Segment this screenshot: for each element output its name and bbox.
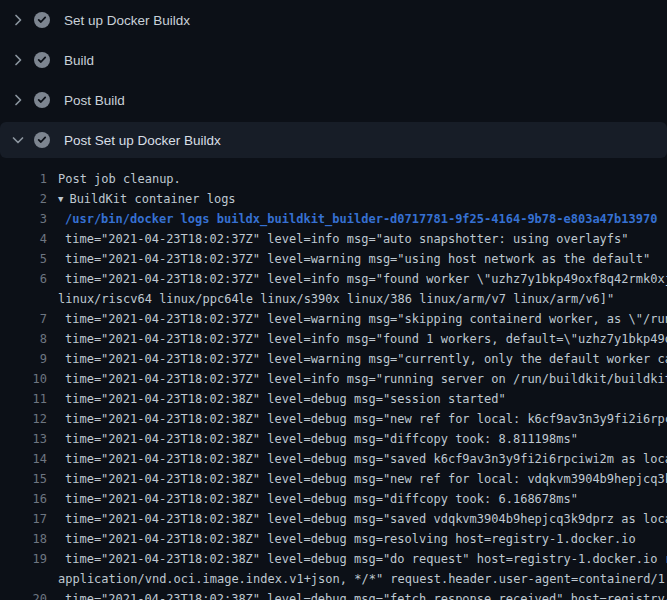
log-line-1: 1Post job cleanup. <box>0 169 667 189</box>
step-row-post-build[interactable]: Post Build <box>0 80 667 120</box>
line-number-link[interactable]: 16 <box>0 489 47 509</box>
log-line-continuation: linux/riscv64 linux/ppc64le linux/s390x … <box>0 289 667 309</box>
log-line-16: 16time="2021-04-23T18:02:38Z" level=debu… <box>0 489 667 509</box>
line-number-link[interactable]: 4 <box>0 229 47 249</box>
step-label: Build <box>64 53 94 68</box>
line-number-link[interactable]: 13 <box>0 429 47 449</box>
log-line-19: 19time="2021-04-23T18:02:38Z" level=debu… <box>0 549 667 569</box>
log-text: time="2021-04-23T18:02:38Z" level=debug … <box>65 409 667 429</box>
log-line-3: 3/usr/bin/docker logs buildx_buildkit_bu… <box>0 209 667 229</box>
check-circle-icon <box>34 92 50 108</box>
line-number-link[interactable]: 2 <box>0 189 47 209</box>
line-number-link <box>0 569 47 589</box>
log-line-13: 13time="2021-04-23T18:02:38Z" level=debu… <box>0 429 667 449</box>
line-number-link[interactable]: 3 <box>0 209 47 229</box>
log-line-10: 10time="2021-04-23T18:02:37Z" level=info… <box>0 369 667 389</box>
log-text: time="2021-04-23T18:02:37Z" level=info m… <box>65 229 629 249</box>
check-circle-icon <box>34 52 50 68</box>
step-label: Set up Docker Buildx <box>64 13 190 28</box>
line-number-link[interactable]: 19 <box>0 549 47 569</box>
line-number-link[interactable]: 20 <box>0 589 47 600</box>
log-line-17: 17time="2021-04-23T18:02:38Z" level=debu… <box>0 509 667 529</box>
log-line-15: 15time="2021-04-23T18:02:38Z" level=debu… <box>0 469 667 489</box>
log-text: time="2021-04-23T18:02:37Z" level=info m… <box>65 269 667 289</box>
line-number-link[interactable]: 9 <box>0 349 47 369</box>
line-number-link <box>0 289 47 309</box>
log-text: time="2021-04-23T18:02:38Z" level=debug … <box>65 589 667 600</box>
line-number-link[interactable]: 18 <box>0 529 47 549</box>
log-text: time="2021-04-23T18:02:37Z" level=info m… <box>65 369 667 389</box>
log-line-4: 4time="2021-04-23T18:02:37Z" level=info … <box>0 229 667 249</box>
log-group-toggle[interactable]: ▼BuildKit container logs <box>58 189 236 209</box>
log-line-20: 20time="2021-04-23T18:02:38Z" level=debu… <box>0 589 667 600</box>
line-number-link[interactable]: 12 <box>0 409 47 429</box>
log-text: time="2021-04-23T18:02:38Z" level=debug … <box>65 469 667 489</box>
log-line-11: 11time="2021-04-23T18:02:38Z" level=debu… <box>0 389 667 409</box>
log-line-14: 14time="2021-04-23T18:02:38Z" level=debu… <box>0 449 667 469</box>
step-row-post-set-up-docker-buildx[interactable]: Post Set up Docker Buildx <box>0 122 667 158</box>
line-number-link[interactable]: 14 <box>0 449 47 469</box>
log-text: time="2021-04-23T18:02:38Z" level=debug … <box>65 449 667 469</box>
chevron-right-icon <box>10 12 26 28</box>
log-line-8: 8time="2021-04-23T18:02:37Z" level=info … <box>0 329 667 349</box>
log-line-continuation: application/vnd.oci.image.index.v1+json,… <box>0 569 667 589</box>
log-text: linux/riscv64 linux/ppc64le linux/s390x … <box>58 289 614 309</box>
log-text: time="2021-04-23T18:02:37Z" level=warnin… <box>65 249 650 269</box>
step-label: Post Build <box>64 93 125 108</box>
line-number-link[interactable]: 15 <box>0 469 47 489</box>
group-collapse-triangle-icon: ▼ <box>58 189 63 209</box>
check-circle-icon <box>34 132 50 148</box>
step-row-set-up-docker-buildx[interactable]: Set up Docker Buildx <box>0 0 667 40</box>
log-text: time="2021-04-23T18:02:38Z" level=debug … <box>65 429 578 449</box>
log-view[interactable]: 1Post job cleanup.2▼BuildKit container l… <box>0 160 667 600</box>
log-text: application/vnd.oci.image.index.v1+json,… <box>58 569 667 589</box>
line-number-link[interactable]: 17 <box>0 509 47 529</box>
log-line-7: 7time="2021-04-23T18:02:37Z" level=warni… <box>0 309 667 329</box>
log-text: time="2021-04-23T18:02:38Z" level=debug … <box>65 389 506 409</box>
line-number-link[interactable]: 6 <box>0 269 47 289</box>
line-number-link[interactable]: 11 <box>0 389 47 409</box>
log-line-12: 12time="2021-04-23T18:02:38Z" level=debu… <box>0 409 667 429</box>
check-circle-icon <box>34 12 50 28</box>
line-number-link[interactable]: 10 <box>0 369 47 389</box>
steps-list: Set up Docker BuildxBuildPost BuildPost … <box>0 0 667 158</box>
line-number-link[interactable]: 1 <box>0 169 47 189</box>
step-row-build[interactable]: Build <box>0 40 667 80</box>
log-line-2: 2▼BuildKit container logs <box>0 189 667 209</box>
log-text: time="2021-04-23T18:02:38Z" level=debug … <box>65 509 667 529</box>
log-line-18: 18time="2021-04-23T18:02:38Z" level=debu… <box>0 529 667 549</box>
log-text: time="2021-04-23T18:02:38Z" level=debug … <box>65 489 578 509</box>
log-line-9: 9time="2021-04-23T18:02:37Z" level=warni… <box>0 349 667 369</box>
log-text: Post job cleanup. <box>58 169 181 189</box>
log-line-6: 6time="2021-04-23T18:02:37Z" level=info … <box>0 269 667 289</box>
line-number-link[interactable]: 5 <box>0 249 47 269</box>
log-text: time="2021-04-23T18:02:37Z" level=warnin… <box>65 349 667 369</box>
chevron-right-icon <box>10 92 26 108</box>
line-number-link[interactable]: 8 <box>0 329 47 349</box>
chevron-down-icon <box>10 132 26 148</box>
chevron-right-icon <box>10 52 26 68</box>
log-text: time="2021-04-23T18:02:38Z" level=debug … <box>65 529 636 549</box>
log-text: time="2021-04-23T18:02:37Z" level=warnin… <box>65 309 667 329</box>
log-group-label: BuildKit container logs <box>69 192 235 206</box>
log-text: time="2021-04-23T18:02:37Z" level=info m… <box>65 329 667 349</box>
log-command-text: /usr/bin/docker logs buildx_buildkit_bui… <box>65 209 657 229</box>
step-label: Post Set up Docker Buildx <box>64 133 221 148</box>
actions-log-viewer: Set up Docker BuildxBuildPost BuildPost … <box>0 0 667 600</box>
log-text: time="2021-04-23T18:02:38Z" level=debug … <box>65 549 667 569</box>
line-number-link[interactable]: 7 <box>0 309 47 329</box>
log-line-5: 5time="2021-04-23T18:02:37Z" level=warni… <box>0 249 667 269</box>
